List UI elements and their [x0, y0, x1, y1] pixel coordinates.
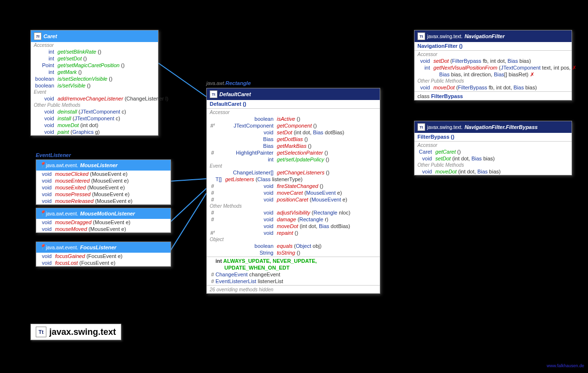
filterbypass-other-rows: void moveDot (int dot, Bias bias) — [415, 168, 572, 175]
filterbypass-header: Tt javax.swing.text.NavigationFilter.Fil… — [415, 121, 572, 133]
defaultcaret-ctor: DefaultCaret () — [207, 100, 380, 108]
defaultcaret-header: Tt DefaultCaret — [207, 88, 380, 100]
eventlistener-label: EventListener — [36, 152, 71, 158]
tt-icon: Tt — [34, 32, 42, 40]
mouselistener-box: java.awt.event.MouseListener void mouseC… — [36, 159, 171, 205]
section-event: Event — [31, 89, 158, 95]
navfilter-title: NavigationFilter — [464, 33, 504, 39]
filterbypass-ctor: FilterBypass () — [415, 133, 572, 141]
section-other: Other Public Methods — [415, 162, 572, 168]
mouselistener-title: MouseListener — [80, 162, 118, 168]
section-accessor: Accessor — [415, 51, 572, 57]
rectangle-cls: Rectangle — [225, 80, 251, 86]
caret-box: Tt Caret Accessor int get/setBlinkRate (… — [30, 30, 158, 136]
mousemotion-rows: void mouseDragged (MouseEvent e)void mou… — [36, 219, 171, 232]
defaultcaret-other-rows: #void adjustVisibility (Rectangle nloc)#… — [207, 209, 380, 236]
mousemotion-box: java.awt.event.MouseMotionListener void … — [36, 208, 171, 233]
filterbypass-title: NavigationFilter.FilterBypass — [464, 124, 538, 130]
caret-header: Tt Caret — [31, 30, 158, 42]
defaultcaret-accessor-rows: boolean isActive ()#ᶠJTextComponent getC… — [207, 115, 380, 163]
caret-other-rows: void deinstall (JTextComponent c)void in… — [31, 108, 158, 135]
pin-icon — [39, 210, 44, 217]
navfilter-ctor: NavigationFilter () — [415, 42, 572, 50]
tt-icon: Tt — [36, 327, 46, 337]
pkg-label: javax.swing.text. — [427, 34, 462, 39]
site-link[interactable]: www.falkhausen.de — [546, 363, 584, 368]
defaultcaret-object-rows: boolean equals (Object obj)String toStri… — [207, 243, 380, 256]
tt-icon: Tt — [210, 90, 217, 98]
defaultcaret-footer: 26 overriding methods hidden — [207, 286, 380, 293]
caret-accessor-rows: int get/setBlinkRate ()int get/setDot ()… — [31, 48, 158, 89]
filterbypass-accessor-rows: Caret getCaret ()void setDot (int dot, B… — [415, 148, 572, 162]
defaultcaret-fields: #ChangeEvent changeEvent#EventListenerLi… — [207, 271, 380, 285]
defaultcaret-box: Tt DefaultCaret DefaultCaret () Accessor… — [206, 88, 380, 294]
defaultcaret-consts: int ALWAYS_UPDATE, NEVER_UPDATE, UPDATE_… — [207, 258, 380, 271]
section-event: Event — [207, 163, 380, 169]
section-accessor: Accessor — [207, 109, 380, 115]
section-other: Other Methods — [207, 203, 380, 209]
svg-line-0 — [158, 63, 206, 97]
defaultcaret-event-rows: ChangeListener[] getChangeListeners () T… — [207, 169, 380, 203]
svg-line-2 — [170, 188, 206, 222]
section-object: Object — [207, 236, 380, 243]
pin-icon — [39, 162, 44, 169]
svg-line-3 — [170, 193, 206, 251]
navfilter-inner: class FilterBypass — [415, 92, 572, 100]
focuslistener-rows: void focusGained (FocusEvent e)void focu… — [36, 253, 171, 266]
navfilter-accessor-rows: void setDot (FilterBypass fb, int dot, B… — [415, 57, 572, 78]
section-other: Other Public Methods — [415, 78, 572, 84]
rectangle-pkg: java.awt. — [206, 81, 225, 86]
navfilter-other-rows: void moveDot (FilterBypass fb, int dot, … — [415, 84, 572, 91]
defaultcaret-title: DefaultCaret — [219, 91, 251, 97]
navfilter-box: Tt javax.swing.text.NavigationFilter Nav… — [414, 30, 572, 100]
caret-title: Caret — [43, 33, 57, 39]
caret-event-rows: void add/removeChangeListener (ChangeLis… — [31, 95, 158, 102]
focuslistener-header: java.awt.event.FocusListener — [36, 242, 171, 253]
package-name: javax.swing.text — [49, 327, 116, 337]
tt-icon: Tt — [417, 32, 425, 40]
mousemotion-header: java.awt.event.MouseMotionListener — [36, 208, 171, 219]
navfilter-header: Tt javax.swing.text.NavigationFilter — [415, 30, 572, 42]
mouselistener-header: java.awt.event.MouseListener — [36, 160, 171, 171]
focuslistener-box: java.awt.event.FocusListener void focusG… — [36, 242, 171, 267]
section-other: Other Public Methods — [31, 102, 158, 108]
package-label: Tt javax.swing.text — [30, 324, 121, 340]
mouselistener-rows: void mouseClicked (MouseEvent e)void mou… — [36, 171, 171, 204]
pkg-label: java.awt.event. — [46, 163, 78, 168]
focuslistener-title: FocusListener — [80, 244, 116, 250]
filterbypass-box: Tt javax.swing.text.NavigationFilter.Fil… — [414, 121, 572, 175]
section-accessor: Accessor — [31, 42, 158, 48]
pkg-label: javax.swing.text. — [427, 125, 462, 130]
mousemotion-title: MouseMotionListener — [80, 211, 135, 216]
pkg-label: java.awt.event. — [46, 245, 78, 250]
section-accessor: Accessor — [415, 142, 572, 148]
pin-icon — [39, 244, 44, 251]
tt-icon: Tt — [417, 123, 425, 131]
svg-line-1 — [170, 179, 206, 181]
rectangle-label: java.awt.Rectangle — [206, 80, 251, 86]
pkg-label: java.awt.event. — [46, 211, 78, 216]
